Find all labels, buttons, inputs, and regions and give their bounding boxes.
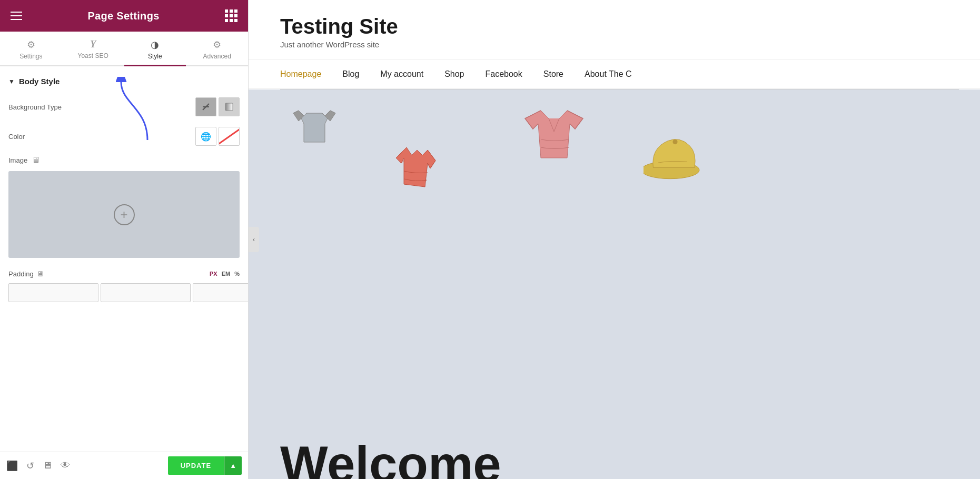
tab-advanced-label: Advanced: [203, 53, 231, 60]
svg-point-6: [672, 139, 677, 144]
shirt-pink-illustration: [522, 105, 586, 168]
padding-monitor-icon: 🖥: [37, 270, 44, 278]
tab-settings[interactable]: ⚙ Settings: [0, 32, 62, 65]
collapse-arrow[interactable]: ▼: [8, 78, 15, 85]
background-type-label: Background Type: [8, 103, 62, 111]
panel-header: Page Settings: [0, 0, 248, 32]
nav-blog[interactable]: Blog: [342, 69, 359, 79]
shirt-red-crumpled-illustration: [391, 142, 443, 205]
color-picker-btn[interactable]: [219, 127, 240, 146]
padding-label-group: Padding 🖥: [8, 270, 44, 278]
yoast-icon: Y: [90, 39, 96, 50]
tab-advanced[interactable]: ⚙ Advanced: [186, 32, 248, 65]
update-arrow-btn[interactable]: ▲: [224, 456, 242, 475]
background-type-controls: [195, 97, 240, 116]
padding-bottom-input[interactable]: [193, 283, 248, 302]
svg-rect-3: [225, 103, 233, 111]
nav-store[interactable]: Store: [543, 69, 563, 79]
padding-units: PX EM %: [210, 271, 240, 277]
update-button[interactable]: UPDATE: [168, 456, 224, 475]
body-style-title: Body Style: [19, 77, 60, 86]
image-upload-area[interactable]: +: [8, 171, 240, 258]
padding-right-input[interactable]: [101, 283, 191, 302]
nav-about[interactable]: About The C: [585, 69, 632, 79]
hamburger-menu[interactable]: [11, 12, 22, 20]
hat-yellow-illustration: [644, 132, 707, 184]
style-icon: ◑: [151, 39, 159, 51]
apps-grid-icon[interactable]: [225, 9, 237, 22]
advanced-icon: ⚙: [213, 39, 221, 51]
color-controls: 🌐: [195, 127, 240, 146]
tab-yoast-label: Yoast SEO: [77, 52, 108, 59]
responsive-icon[interactable]: 🖥: [43, 460, 52, 472]
padding-row: Padding 🖥 PX EM %: [0, 264, 248, 281]
hero-area: Welcome: [249, 89, 980, 479]
bg-type-color-btn[interactable]: [195, 97, 216, 116]
padding-inputs-row: [0, 281, 248, 306]
tab-settings-label: Settings: [19, 53, 42, 60]
nav-shop[interactable]: Shop: [444, 69, 464, 79]
color-global-btn[interactable]: 🌐: [195, 127, 216, 146]
tab-yoast[interactable]: Y Yoast SEO: [62, 32, 124, 65]
history-icon[interactable]: ↺: [26, 460, 34, 472]
tabs-bar: ⚙ Settings Y Yoast SEO ◑ Style ⚙ Advance…: [0, 32, 248, 66]
color-label: Color: [8, 133, 25, 141]
padding-top-input[interactable]: [8, 283, 98, 302]
image-row: Image 🖥: [0, 151, 248, 169]
add-image-icon[interactable]: +: [114, 204, 135, 225]
hero-welcome-text: Welcome: [280, 439, 501, 479]
update-btn-wrapper: UPDATE ▲: [168, 456, 242, 475]
nav-homepage[interactable]: Homepage: [280, 69, 321, 79]
image-monitor-icon: 🖥: [32, 155, 40, 165]
left-panel: Page Settings ⚙ Settings Y Yoast SEO ◑ S…: [0, 0, 249, 479]
site-tagline: Just another WordPress site: [280, 40, 959, 49]
site-title: Testing Site: [280, 15, 959, 38]
settings-icon: ⚙: [27, 39, 35, 51]
eye-icon[interactable]: 👁: [61, 460, 70, 472]
padding-unit-em[interactable]: EM: [222, 271, 231, 277]
body-style-section-header: ▼ Body Style: [0, 75, 248, 92]
site-header: Testing Site Just another WordPress site: [249, 0, 980, 60]
padding-label: Padding: [8, 270, 34, 278]
color-row: Color 🌐: [0, 122, 248, 151]
tab-style[interactable]: ◑ Style: [124, 32, 186, 65]
layers-icon[interactable]: ⬛: [6, 460, 18, 472]
panel-title: Page Settings: [87, 10, 159, 22]
image-label: Image: [8, 156, 27, 164]
right-panel: ‹ Testing Site Just another WordPress si…: [249, 0, 980, 479]
bg-type-gradient-btn[interactable]: [219, 97, 240, 116]
padding-unit-percent[interactable]: %: [234, 271, 240, 277]
collapse-panel-handle[interactable]: ‹: [249, 227, 259, 252]
bottom-icon-group: ⬛ ↺ 🖥 👁: [6, 460, 70, 472]
nav-facebook[interactable]: Facebook: [486, 69, 522, 79]
tab-style-label: Style: [148, 53, 162, 60]
panel-content: ▼ Body Style Background Type Color 🌐: [0, 66, 248, 452]
site-nav: Homepage Blog My account Shop Facebook S…: [249, 60, 980, 89]
bottom-bar: ⬛ ↺ 🖥 👁 UPDATE ▲: [0, 452, 248, 479]
nav-my-account[interactable]: My account: [380, 69, 423, 79]
shirt-gray-illustration: [291, 105, 338, 147]
padding-unit-px[interactable]: PX: [210, 271, 217, 277]
background-type-row: Background Type: [0, 92, 248, 122]
